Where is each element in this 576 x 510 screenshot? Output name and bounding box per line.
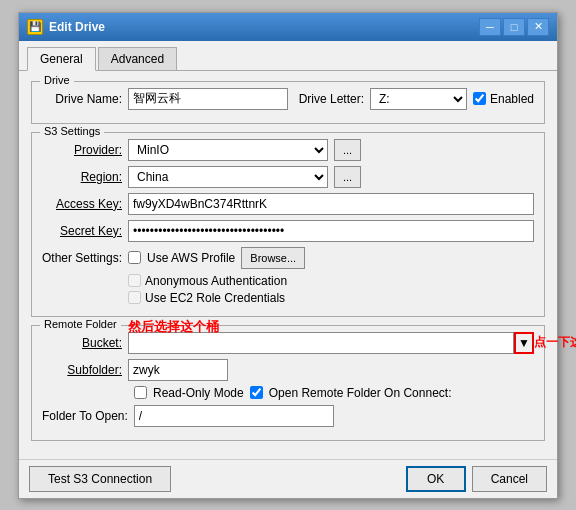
folder-open-input[interactable] <box>134 405 334 427</box>
ec2-label: Use EC2 Role Credentials <box>145 291 285 305</box>
subfolder-label: Subfolder: <box>42 363 122 377</box>
anonymous-row: Anonymous Authentication <box>128 274 534 288</box>
access-key-input[interactable] <box>128 193 534 215</box>
tab-bar: General Advanced <box>19 41 557 71</box>
cancel-button[interactable]: Cancel <box>472 466 547 492</box>
readonly-checkbox[interactable] <box>134 386 147 399</box>
bucket-row: Bucket: ▼ <box>42 332 534 354</box>
browse-button[interactable]: Browse... <box>241 247 305 269</box>
use-aws-checkbox[interactable] <box>128 251 141 264</box>
drive-name-input[interactable] <box>128 88 288 110</box>
click-hint-annotation: 点一下这里 <box>534 334 576 351</box>
access-key-row: Access Key: <box>42 193 534 215</box>
tab-advanced[interactable]: Advanced <box>98 47 177 70</box>
region-select[interactable]: China <box>128 166 328 188</box>
bucket-section: Bucket: ▼ 然后选择这个桶 点一下这里 <box>42 332 534 354</box>
s3-group-label: S3 Settings <box>40 125 104 137</box>
provider-label: Provider: <box>42 143 122 157</box>
drive-group: Drive Drive Name: Drive Letter: Z: Enabl… <box>31 81 545 124</box>
close-button[interactable]: ✕ <box>527 18 549 36</box>
folder-open-row: Folder To Open: <box>42 405 534 427</box>
enabled-checkbox[interactable] <box>473 92 486 105</box>
title-controls: ─ □ ✕ <box>479 18 549 36</box>
drive-letter-label: Drive Letter: <box>294 92 364 106</box>
anonymous-label: Anonymous Authentication <box>145 274 287 288</box>
window-icon: 💾 <box>27 19 43 35</box>
open-remote-checkbox[interactable] <box>250 386 263 399</box>
bucket-dropdown-button[interactable]: ▼ <box>514 332 534 354</box>
ec2-row: Use EC2 Role Credentials <box>128 291 534 305</box>
access-key-label: Access Key: <box>42 197 122 211</box>
tab-content: Drive Drive Name: Drive Letter: Z: Enabl… <box>19 71 557 459</box>
ok-button[interactable]: OK <box>406 466 466 492</box>
region-row: Region: China ... <box>42 166 534 188</box>
drive-name-label: Drive Name: <box>42 92 122 106</box>
anonymous-checkbox[interactable] <box>128 274 141 287</box>
drive-group-label: Drive <box>40 74 74 86</box>
subfolder-row: Subfolder: <box>42 359 534 381</box>
tab-general[interactable]: General <box>27 47 96 71</box>
bottom-buttons: Test S3 Connection OK Cancel <box>19 459 557 498</box>
provider-select[interactable]: MinIO <box>128 139 328 161</box>
enabled-label: Enabled <box>490 92 534 106</box>
secret-key-row: Secret Key: <box>42 220 534 242</box>
edit-drive-window: 💾 Edit Drive ─ □ ✕ General Advanced Driv… <box>18 12 558 499</box>
use-aws-label: Use AWS Profile <box>147 251 235 265</box>
minimize-button[interactable]: ─ <box>479 18 501 36</box>
other-settings-row: Other Settings: Use AWS Profile Browse..… <box>42 247 534 269</box>
bucket-input-group: ▼ <box>128 332 534 354</box>
bucket-label: Bucket: <box>42 336 122 350</box>
title-bar: 💾 Edit Drive ─ □ ✕ <box>19 13 557 41</box>
window-title: Edit Drive <box>49 20 105 34</box>
ec2-checkbox[interactable] <box>128 291 141 304</box>
folder-open-label: Folder To Open: <box>42 409 128 423</box>
s3-group: S3 Settings Provider: MinIO ... Region: … <box>31 132 545 317</box>
secret-key-input[interactable] <box>128 220 534 242</box>
readonly-row: Read-Only Mode Open Remote Folder On Con… <box>42 386 534 400</box>
remote-folder-group: Remote Folder Bucket: ▼ 然后选择这个桶 点一下这里 Su… <box>31 325 545 441</box>
region-more-button[interactable]: ... <box>334 166 361 188</box>
drive-letter-select[interactable]: Z: <box>370 88 467 110</box>
provider-row: Provider: MinIO ... <box>42 139 534 161</box>
region-label: Region: <box>42 170 122 184</box>
enabled-checkbox-row: Enabled <box>473 92 534 106</box>
remote-folder-label: Remote Folder <box>40 318 121 330</box>
test-s3-button[interactable]: Test S3 Connection <box>29 466 171 492</box>
ok-cancel-group: OK Cancel <box>406 466 547 492</box>
provider-more-button[interactable]: ... <box>334 139 361 161</box>
open-remote-label: Open Remote Folder On Connect: <box>269 386 452 400</box>
readonly-label: Read-Only Mode <box>153 386 244 400</box>
maximize-button[interactable]: □ <box>503 18 525 36</box>
drive-name-row: Drive Name: Drive Letter: Z: Enabled <box>42 88 534 110</box>
bucket-input[interactable] <box>128 332 514 354</box>
secret-key-label: Secret Key: <box>42 224 122 238</box>
other-settings-label: Other Settings: <box>42 251 122 265</box>
subfolder-input[interactable] <box>128 359 228 381</box>
